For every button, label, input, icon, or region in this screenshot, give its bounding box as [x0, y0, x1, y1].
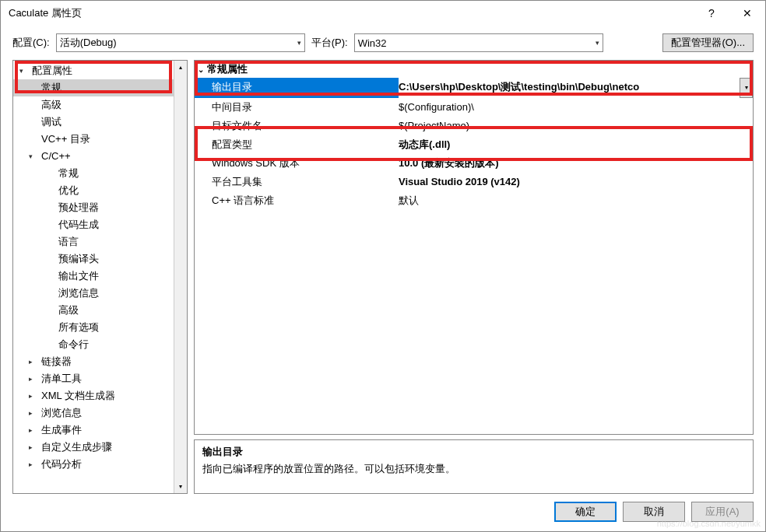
close-button[interactable]: ✕	[729, 1, 765, 26]
tree-label: 生成事件	[41, 423, 82, 437]
chevron-down-icon: ⌄	[198, 65, 204, 74]
tree-item-linker[interactable]: ▸ 链接器	[13, 353, 187, 370]
tree-item-ccpp-pre[interactable]: 预处理器	[13, 199, 187, 216]
tree-item-advanced[interactable]: 高级	[13, 96, 187, 114]
tree-item-ccpp-out[interactable]: 输出文件	[13, 268, 187, 285]
tree-label: 浏览信息	[41, 406, 82, 420]
property-name: 中间目录	[195, 98, 399, 117]
property-name: 配置类型	[195, 135, 399, 154]
tree-item-ccpp-lang[interactable]: 语言	[13, 233, 187, 250]
property-value[interactable]: 默认	[399, 191, 753, 210]
tree-item-xmldoc[interactable]: ▸ XML 文档生成器	[13, 387, 187, 404]
tree-item-config-props[interactable]: ▾ 配置属性	[13, 62, 187, 79]
platform-label: 平台(P):	[311, 36, 348, 50]
tree-item-codeanalysis[interactable]: ▸ 代码分析	[13, 456, 187, 473]
ok-button[interactable]: 确定	[554, 502, 617, 522]
property-row-configtype[interactable]: 配置类型 动态库(.dll)	[195, 135, 753, 154]
tree-item-browseinfo[interactable]: ▸ 浏览信息	[13, 404, 187, 422]
tree-item-ccpp-browse[interactable]: 浏览信息	[13, 285, 187, 302]
tree-item-custombuild[interactable]: ▸ 自定义生成步骤	[13, 439, 187, 456]
sidebar-tree: ▾ 配置属性 常规 高级 调试 VC++ 目录 ▾ C/C++ 常规 优化 预处…	[12, 60, 188, 494]
property-name: 平台工具集	[195, 173, 399, 191]
tree-item-ccpp-general[interactable]: 常规	[13, 165, 187, 182]
tree-root: ▾ 配置属性 常规 高级 调试 VC++ 目录 ▾ C/C++ 常规 优化 预处…	[13, 61, 187, 474]
property-value[interactable]: 动态库(.dll)	[399, 135, 753, 154]
titlebar-buttons: ? ✕	[694, 1, 765, 26]
configuration-label: 配置(C):	[12, 36, 50, 50]
chevron-down-icon: ▾	[297, 39, 301, 47]
chevron-right-icon: ▸	[29, 457, 38, 471]
titlebar: Caculate 属性页 ? ✕	[1, 1, 765, 26]
platform-dropdown[interactable]: Win32 ▾	[354, 33, 603, 52]
sidebar-scrollbar[interactable]: ▴ ▾	[174, 61, 187, 493]
description-title: 输出目录	[202, 445, 745, 459]
configuration-dropdown[interactable]: 活动(Debug) ▾	[56, 33, 305, 52]
dialog-button-row: 确定 取消 应用(A)	[1, 494, 765, 531]
tree-label: 自定义生成步骤	[41, 440, 112, 454]
chevron-right-icon: ▸	[29, 372, 38, 386]
property-name: C++ 语言标准	[195, 191, 399, 210]
tree-item-manifest[interactable]: ▸ 清单工具	[13, 370, 187, 387]
platform-value: Win32	[358, 37, 387, 49]
scroll-down-icon[interactable]: ▾	[174, 480, 187, 493]
property-group-header[interactable]: ⌄ 常规属性	[195, 61, 753, 78]
property-name: Windows SDK 版本	[195, 154, 399, 173]
tree-label: 链接器	[41, 355, 72, 369]
tree-label: 清单工具	[41, 372, 82, 386]
description-text: 指向已编译程序的放置位置的路径。可以包括环境变量。	[202, 462, 745, 476]
chevron-right-icon: ▸	[29, 355, 38, 369]
property-row-cppstd[interactable]: C++ 语言标准 默认	[195, 191, 753, 210]
property-row-outdir[interactable]: 输出目录 C:\Users\hp\Desktop\测试\testing\bin\…	[195, 78, 753, 98]
tree-item-ccpp-opt[interactable]: 优化	[13, 182, 187, 199]
tree-label: C/C++	[41, 149, 71, 163]
apply-button: 应用(A)	[691, 502, 754, 522]
main-area: ▾ 配置属性 常规 高级 调试 VC++ 目录 ▾ C/C++ 常规 优化 预处…	[1, 60, 765, 494]
property-row-intdir[interactable]: 中间目录 $(Configuration)\	[195, 98, 753, 117]
property-row-sdkver[interactable]: Windows SDK 版本 10.0 (最新安装的版本)	[195, 154, 753, 173]
tree-item-ccpp-codegen[interactable]: 代码生成	[13, 216, 187, 233]
property-name: 目标文件名	[195, 117, 399, 135]
scroll-up-icon[interactable]: ▴	[174, 61, 187, 74]
tree-item-ccpp-cmd[interactable]: 命令行	[13, 336, 187, 353]
tree-item-ccpp[interactable]: ▾ C/C++	[13, 148, 187, 165]
property-group-label: 常规属性	[207, 62, 248, 76]
chevron-right-icon: ▸	[29, 406, 38, 420]
cancel-button[interactable]: 取消	[623, 502, 685, 522]
chevron-right-icon: ▸	[29, 440, 38, 454]
properties-panel: ⌄ 常规属性 输出目录 C:\Users\hp\Desktop\测试\testi…	[194, 60, 754, 435]
configuration-manager-button[interactable]: 配置管理器(O)...	[662, 33, 754, 52]
configuration-value: 活动(Debug)	[60, 36, 117, 50]
property-value[interactable]: $(ProjectName)	[399, 117, 753, 135]
property-row-toolset[interactable]: 平台工具集 Visual Studio 2019 (v142)	[195, 173, 753, 191]
config-row: 配置(C): 活动(Debug) ▾ 平台(P): Win32 ▾ 配置管理器(…	[1, 26, 765, 60]
tree-label: 代码分析	[41, 457, 82, 471]
tree-item-ccpp-adv[interactable]: 高级	[13, 302, 187, 319]
chevron-down-icon: ▾	[19, 64, 29, 78]
property-name: 输出目录	[195, 78, 399, 98]
property-pages-dialog: Caculate 属性页 ? ✕ 配置(C): 活动(Debug) ▾ 平台(P…	[0, 0, 766, 532]
window-title: Caculate 属性页	[9, 6, 82, 20]
chevron-down-icon: ▾	[596, 39, 599, 47]
tree-item-debug[interactable]: 调试	[13, 114, 187, 131]
content-area: ⌄ 常规属性 输出目录 C:\Users\hp\Desktop\测试\testi…	[194, 60, 754, 494]
description-panel: 输出目录 指向已编译程序的放置位置的路径。可以包括环境变量。	[194, 439, 754, 494]
tree-item-general[interactable]: 常规	[13, 79, 187, 96]
help-button[interactable]: ?	[694, 1, 729, 26]
chevron-down-icon: ▾	[29, 149, 38, 163]
property-value[interactable]: C:\Users\hp\Desktop\测试\testing\bin\Debug…	[399, 78, 740, 98]
tree-item-vcdirs[interactable]: VC++ 目录	[13, 131, 187, 148]
chevron-right-icon: ▸	[29, 389, 38, 403]
property-value[interactable]: Visual Studio 2019 (v142)	[399, 173, 753, 191]
tree-label: XML 文档生成器	[41, 389, 115, 403]
dropdown-arrow-icon[interactable]: ▾	[740, 78, 753, 98]
tree-item-buildevents[interactable]: ▸ 生成事件	[13, 422, 187, 439]
tree-item-ccpp-pch[interactable]: 预编译头	[13, 250, 187, 268]
property-row-targetname[interactable]: 目标文件名 $(ProjectName)	[195, 117, 753, 135]
property-value[interactable]: $(Configuration)\	[399, 98, 753, 117]
chevron-right-icon: ▸	[29, 423, 38, 437]
tree-label: 配置属性	[32, 64, 72, 78]
tree-item-ccpp-all[interactable]: 所有选项	[13, 319, 187, 336]
property-value[interactable]: 10.0 (最新安装的版本)	[399, 154, 753, 173]
